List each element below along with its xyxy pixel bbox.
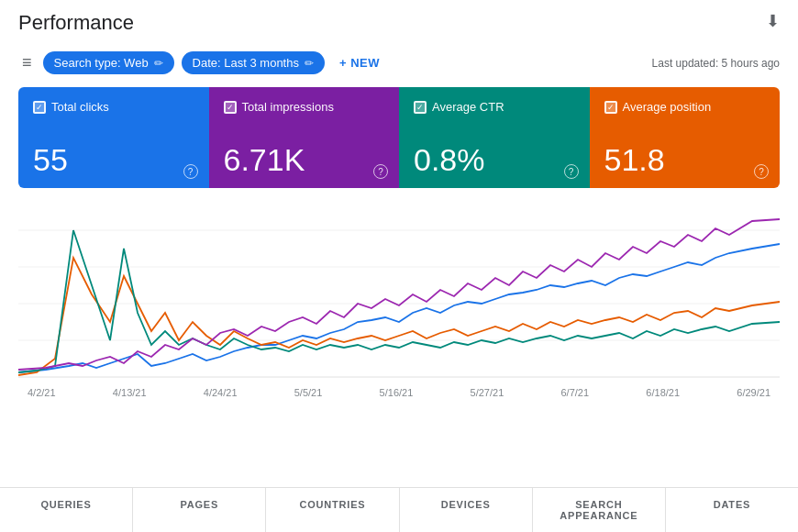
tab-dates[interactable]: DATES xyxy=(666,488,798,532)
x-label-5: 5/27/21 xyxy=(471,387,504,398)
total-impressions-label: Total impressions xyxy=(224,100,385,114)
header: Performance xyxy=(0,0,798,35)
bottom-tabs: QUERIES PAGES COUNTRIES DEVICES SEARCH A… xyxy=(0,487,798,532)
metric-card-average-position[interactable]: Average position 51.8 ? xyxy=(590,87,781,188)
metrics-row: Total clicks 55 ? Total impressions 6.71… xyxy=(18,87,780,188)
average-position-value: 51.8 xyxy=(604,144,766,175)
average-position-help-icon[interactable]: ? xyxy=(754,164,769,179)
average-ctr-checkbox[interactable] xyxy=(414,101,427,114)
average-ctr-help-icon[interactable]: ? xyxy=(564,164,579,179)
x-label-1: 4/13/21 xyxy=(113,387,147,398)
new-button[interactable]: + NEW xyxy=(332,51,387,74)
ctr-line xyxy=(18,230,780,372)
total-clicks-label: Total clicks xyxy=(33,100,194,114)
search-type-chip[interactable]: Search type: Web ✏ xyxy=(43,51,174,74)
total-clicks-help-icon[interactable]: ? xyxy=(183,164,198,179)
download-icon[interactable]: ⬇ xyxy=(766,11,780,31)
metric-card-average-ctr[interactable]: Average CTR 0.8% ? xyxy=(399,87,590,188)
tab-countries[interactable]: COUNTRIES xyxy=(266,488,399,532)
average-position-label: Average position xyxy=(604,100,766,114)
x-label-2: 4/24/21 xyxy=(204,387,238,398)
x-axis-labels: 4/2/21 4/13/21 4/24/21 5/5/21 5/16/21 5/… xyxy=(18,387,780,398)
search-type-edit-icon: ✏ xyxy=(154,57,163,70)
tab-devices[interactable]: DEVICES xyxy=(400,488,533,532)
impressions-line xyxy=(18,258,780,375)
page-title: Performance xyxy=(18,11,780,35)
filter-icon: ≡ xyxy=(22,53,32,72)
average-ctr-value: 0.8% xyxy=(414,144,575,175)
total-impressions-help-icon[interactable]: ? xyxy=(373,164,388,179)
clicks-line xyxy=(18,244,780,372)
tab-queries[interactable]: QUERIES xyxy=(0,488,133,532)
x-label-6: 6/7/21 xyxy=(561,387,590,398)
total-impressions-checkbox[interactable] xyxy=(224,101,237,114)
toolbar: ≡ Search type: Web ✏ Date: Last 3 months… xyxy=(0,44,798,87)
metric-card-total-clicks[interactable]: Total clicks 55 ? xyxy=(18,87,209,188)
x-label-3: 5/5/21 xyxy=(294,387,323,398)
chart-area: 4/2/21 4/13/21 4/24/21 5/5/21 5/16/21 5/… xyxy=(18,203,780,405)
tab-pages[interactable]: PAGES xyxy=(133,488,266,532)
date-range-chip[interactable]: Date: Last 3 months ✏ xyxy=(182,51,325,74)
average-position-checkbox[interactable] xyxy=(604,101,617,114)
average-ctr-label: Average CTR xyxy=(414,100,575,114)
metric-card-total-impressions[interactable]: Total impressions 6.71K ? xyxy=(209,87,400,188)
date-range-label: Date: Last 3 months xyxy=(193,56,299,70)
x-label-7: 6/18/21 xyxy=(646,387,680,398)
performance-chart xyxy=(18,203,780,382)
date-range-edit-icon: ✏ xyxy=(305,57,314,70)
x-label-4: 5/16/21 xyxy=(380,387,414,398)
total-clicks-value: 55 xyxy=(33,144,194,175)
tab-search-appearance[interactable]: SEARCH APPEARANCE xyxy=(533,488,666,532)
search-type-label: Search type: Web xyxy=(54,56,149,70)
filter-button[interactable]: ≡ xyxy=(18,50,36,76)
x-label-8: 6/29/21 xyxy=(737,387,770,398)
x-label-0: 4/2/21 xyxy=(28,387,56,398)
total-clicks-checkbox[interactable] xyxy=(33,101,46,114)
performance-page: Performance ⬇ ≡ Search type: Web ✏ Date:… xyxy=(0,0,798,532)
total-impressions-value: 6.71K xyxy=(224,144,385,175)
last-updated-text: Last updated: 5 hours ago xyxy=(652,57,780,70)
